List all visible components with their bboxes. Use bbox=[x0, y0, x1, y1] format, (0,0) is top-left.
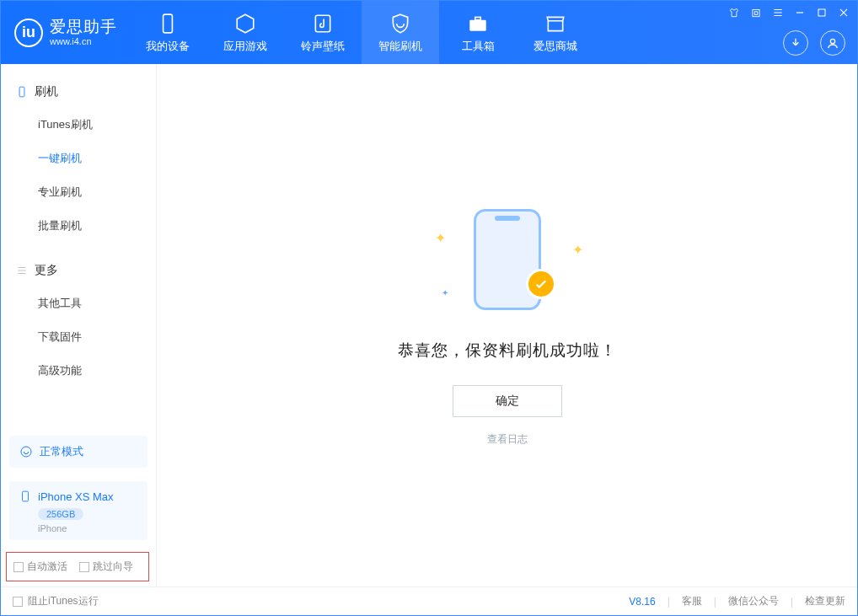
sparkle-icon: ✦ bbox=[435, 230, 446, 246]
nav: 我的设备 应用游戏 铃声壁纸 智能刷机 工具箱 爱思商城 bbox=[129, 1, 594, 64]
sidebar: 刷机 iTunes刷机 一键刷机 专业刷机 批量刷机 更多 其他工具 下载固件 … bbox=[1, 64, 157, 587]
sidebar-group-label: 更多 bbox=[35, 263, 58, 278]
minimize-button[interactable] bbox=[793, 6, 807, 19]
phone-icon bbox=[19, 490, 31, 503]
store-icon bbox=[544, 12, 567, 35]
close-button[interactable] bbox=[837, 6, 850, 19]
sidebar-group-more: 更多 bbox=[1, 258, 156, 287]
sidebar-item-itunes-flash[interactable]: iTunes刷机 bbox=[1, 108, 156, 142]
shirt-icon[interactable] bbox=[727, 6, 741, 19]
nav-label: 我的设备 bbox=[146, 39, 190, 54]
nav-label: 铃声壁纸 bbox=[301, 39, 345, 54]
sparkle-icon: ✦ bbox=[442, 288, 448, 297]
footer-link-wechat[interactable]: 微信公众号 bbox=[728, 594, 779, 608]
svg-rect-4 bbox=[753, 10, 759, 17]
header: iu 爱思助手 www.i4.cn 我的设备 应用游戏 铃声壁纸 智能刷机 bbox=[1, 1, 857, 64]
music-icon bbox=[311, 12, 335, 35]
checkbox-skip-wizard[interactable]: 跳过向导 bbox=[79, 560, 133, 574]
window-controls bbox=[727, 6, 850, 19]
checkbox-block-itunes[interactable]: 阻止iTunes运行 bbox=[13, 594, 99, 608]
nav-label: 智能刷机 bbox=[378, 39, 422, 54]
user-icon[interactable] bbox=[820, 30, 845, 56]
header-action-icons bbox=[783, 30, 845, 56]
nav-smart-flash[interactable]: 智能刷机 bbox=[362, 1, 439, 64]
app-window: iu 爱思助手 www.i4.cn 我的设备 应用游戏 铃声壁纸 智能刷机 bbox=[0, 0, 858, 616]
svg-rect-1 bbox=[315, 15, 330, 32]
sidebar-item-other-tools[interactable]: 其他工具 bbox=[1, 287, 156, 320]
ok-button[interactable]: 确定 bbox=[453, 385, 562, 417]
svg-point-7 bbox=[830, 39, 834, 43]
device-capacity: 256GB bbox=[38, 508, 83, 520]
sidebar-item-batch-flash[interactable]: 批量刷机 bbox=[1, 209, 156, 243]
phone-icon bbox=[156, 12, 180, 35]
svg-rect-2 bbox=[469, 19, 486, 30]
device-mode-box[interactable]: 正常模式 bbox=[9, 436, 147, 468]
briefcase-icon bbox=[466, 12, 490, 35]
device-type: iPhone bbox=[38, 523, 137, 533]
nav-ringtones-wallpapers[interactable]: 铃声壁纸 bbox=[284, 1, 362, 64]
sidebar-group-label: 刷机 bbox=[35, 84, 58, 99]
nav-label: 应用游戏 bbox=[223, 39, 267, 54]
options-highlight-box: 自动激活 跳过向导 bbox=[6, 552, 149, 581]
footer-link-update[interactable]: 检查更新 bbox=[805, 594, 845, 608]
sparkle-icon: ✦ bbox=[572, 242, 583, 258]
svg-rect-8 bbox=[19, 87, 24, 97]
svg-rect-6 bbox=[818, 9, 825, 16]
device-name-label: iPhone XS Max bbox=[38, 490, 114, 503]
nav-store[interactable]: 爱思商城 bbox=[517, 1, 594, 64]
nav-toolbox[interactable]: 工具箱 bbox=[439, 1, 517, 64]
view-log-link[interactable]: 查看日志 bbox=[487, 432, 528, 447]
menu-icon[interactable] bbox=[771, 6, 785, 19]
cube-icon bbox=[233, 12, 257, 35]
device-info-box[interactable]: iPhone XS Max 256GB iPhone bbox=[9, 481, 147, 540]
version-label: V8.16 bbox=[629, 596, 655, 608]
svg-rect-3 bbox=[475, 17, 481, 19]
checkbox-auto-activate[interactable]: 自动激活 bbox=[13, 560, 67, 574]
body: 刷机 iTunes刷机 一键刷机 专业刷机 批量刷机 更多 其他工具 下载固件 … bbox=[1, 64, 857, 587]
sidebar-group-flash: 刷机 bbox=[1, 79, 156, 108]
svg-rect-5 bbox=[754, 12, 758, 14]
list-icon bbox=[16, 265, 28, 276]
nav-label: 工具箱 bbox=[462, 39, 495, 54]
shield-sync-icon bbox=[389, 12, 412, 35]
success-illustration: ✦ ✦ ✦ bbox=[432, 205, 583, 314]
app-name-cn: 爱思助手 bbox=[50, 19, 117, 36]
main-content: ✦ ✦ ✦ 恭喜您，保资料刷机成功啦！ 确定 查看日志 bbox=[157, 64, 857, 587]
sidebar-item-download-firmware[interactable]: 下载固件 bbox=[1, 320, 156, 354]
nav-label: 爱思商城 bbox=[534, 39, 577, 54]
footer: 阻止iTunes运行 V8.16 | 客服 | 微信公众号 | 检查更新 bbox=[1, 587, 857, 615]
check-badge-icon bbox=[526, 269, 556, 299]
logo[interactable]: iu 爱思助手 www.i4.cn bbox=[1, 19, 129, 47]
sidebar-item-advanced[interactable]: 高级功能 bbox=[1, 354, 156, 388]
app-name-en: www.i4.cn bbox=[50, 36, 117, 46]
sync-icon bbox=[19, 445, 33, 458]
device-mode-label: 正常模式 bbox=[40, 444, 83, 459]
download-icon[interactable] bbox=[783, 30, 808, 56]
device-icon bbox=[16, 86, 28, 98]
lock-icon[interactable] bbox=[749, 6, 763, 19]
sidebar-item-pro-flash[interactable]: 专业刷机 bbox=[1, 175, 156, 209]
success-message: 恭喜您，保资料刷机成功啦！ bbox=[398, 340, 617, 362]
logo-icon: iu bbox=[14, 19, 43, 47]
sidebar-item-onekey-flash[interactable]: 一键刷机 bbox=[1, 142, 156, 175]
footer-link-cs[interactable]: 客服 bbox=[682, 594, 702, 608]
maximize-button[interactable] bbox=[815, 6, 829, 19]
nav-apps-games[interactable]: 应用游戏 bbox=[206, 1, 284, 64]
svg-point-9 bbox=[21, 447, 31, 457]
nav-my-device[interactable]: 我的设备 bbox=[129, 1, 206, 64]
svg-rect-0 bbox=[164, 14, 173, 33]
svg-rect-10 bbox=[23, 491, 29, 501]
